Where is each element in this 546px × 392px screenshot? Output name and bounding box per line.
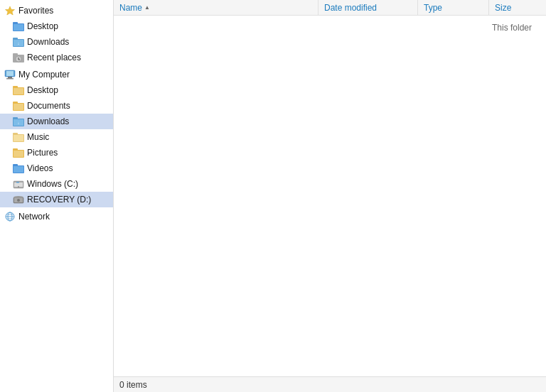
sidebar-item-pictures[interactable]: Pictures xyxy=(0,145,113,160)
documents-label: Documents xyxy=(27,101,70,111)
svg-marker-0 xyxy=(6,6,15,15)
sidebar-item-windows-c[interactable]: Windows (C:) xyxy=(0,176,113,192)
network-label: Network xyxy=(18,212,50,222)
network-icon xyxy=(4,211,16,222)
favorites-group[interactable]: Favorites xyxy=(0,3,113,18)
sidebar-item-music[interactable]: Music xyxy=(0,129,113,145)
my-computer-label: My Computer xyxy=(18,70,70,80)
svg-rect-28 xyxy=(13,133,18,135)
sort-arrow-icon: ▲ xyxy=(144,4,150,11)
svg-rect-15 xyxy=(8,77,12,78)
file-explorer: Favorites Desktop xyxy=(0,0,546,392)
svg-rect-16 xyxy=(6,78,14,80)
sidebar-item-desktop-fav[interactable]: Desktop xyxy=(0,18,113,34)
recent-places-label: Recent places xyxy=(27,53,81,62)
svg-rect-3 xyxy=(14,24,23,31)
videos-label: Videos xyxy=(27,163,53,173)
my-computer-section: My Computer Desktop xyxy=(0,67,113,207)
downloads-mc-icon: ↓ xyxy=(13,116,24,127)
svg-rect-5 xyxy=(13,38,18,40)
col-header-date[interactable]: Date modified xyxy=(318,0,418,15)
file-area: This folder xyxy=(114,16,546,376)
windows-c-icon xyxy=(13,178,24,190)
svg-rect-18 xyxy=(13,86,18,88)
downloads-fav-folder-icon: ↓ xyxy=(13,36,24,48)
windows-c-label: Windows (C:) xyxy=(27,179,78,189)
col-header-name[interactable]: Name ▲ xyxy=(114,0,318,15)
sidebar-item-downloads-fav[interactable]: ↓ Downloads xyxy=(0,34,113,50)
svg-rect-19 xyxy=(14,88,23,94)
desktop-mc-label: Desktop xyxy=(27,85,58,95)
svg-rect-9 xyxy=(13,53,18,55)
desktop-folder-icon xyxy=(13,21,24,32)
my-computer-icon xyxy=(4,69,16,80)
sidebar-item-recent-places[interactable]: Recent places xyxy=(0,50,113,65)
empty-folder-message: This folder xyxy=(492,23,532,33)
svg-point-38 xyxy=(18,186,19,187)
music-label: Music xyxy=(27,132,49,142)
main-content: Name ▲ Date modified Type Size This fold… xyxy=(114,0,546,392)
downloads-mc-label: Downloads xyxy=(27,116,69,126)
my-computer-group[interactable]: My Computer xyxy=(0,67,113,82)
pictures-icon xyxy=(13,147,24,158)
column-headers: Name ▲ Date modified Type Size xyxy=(114,0,546,16)
desktop-fav-label: Desktop xyxy=(27,21,58,31)
svg-rect-29 xyxy=(14,135,23,141)
svg-rect-24 xyxy=(13,117,18,119)
svg-rect-2 xyxy=(13,22,18,24)
col-header-size[interactable]: Size xyxy=(489,0,546,15)
col-header-type[interactable]: Type xyxy=(418,0,489,15)
svg-rect-21 xyxy=(13,102,18,104)
star-icon xyxy=(4,5,16,16)
sidebar: Favorites Desktop xyxy=(0,0,114,392)
documents-icon xyxy=(13,100,24,111)
col-date-label: Date modified xyxy=(324,3,377,13)
svg-rect-39 xyxy=(16,182,19,183)
col-size-label: Size xyxy=(495,3,511,13)
svg-point-43 xyxy=(17,199,20,202)
network-group[interactable]: Network xyxy=(0,209,113,224)
col-name-label: Name xyxy=(119,3,142,13)
recovery-d-label: RECOVERY (D:) xyxy=(27,195,91,205)
svg-rect-34 xyxy=(13,164,18,166)
videos-icon xyxy=(13,163,24,174)
pictures-label: Pictures xyxy=(27,148,58,158)
sidebar-item-recovery-d[interactable]: RECOVERY (D:) xyxy=(0,192,113,207)
item-count: 0 items xyxy=(119,380,147,390)
recovery-d-icon xyxy=(13,194,24,205)
recent-places-icon xyxy=(13,52,24,63)
svg-rect-14 xyxy=(6,71,14,76)
sidebar-item-downloads-mc[interactable]: ↓ Downloads xyxy=(0,114,113,129)
svg-rect-31 xyxy=(13,148,18,151)
network-section: Network xyxy=(0,209,113,224)
sidebar-item-videos[interactable]: Videos xyxy=(0,160,113,176)
status-bar: 0 items xyxy=(114,376,546,392)
col-type-label: Type xyxy=(424,3,442,13)
favorites-section: Favorites Desktop xyxy=(0,3,113,65)
svg-rect-22 xyxy=(14,104,23,110)
sidebar-item-desktop-mc[interactable]: Desktop xyxy=(0,82,113,98)
svg-text:↓: ↓ xyxy=(18,41,20,45)
svg-text:↓: ↓ xyxy=(18,121,20,125)
music-icon xyxy=(13,131,24,143)
svg-rect-35 xyxy=(14,166,23,173)
favorites-label: Favorites xyxy=(18,6,53,16)
svg-rect-32 xyxy=(14,151,23,157)
downloads-fav-label: Downloads xyxy=(27,37,69,47)
sidebar-item-documents[interactable]: Documents xyxy=(0,98,113,114)
desktop-mc-icon xyxy=(13,85,24,96)
